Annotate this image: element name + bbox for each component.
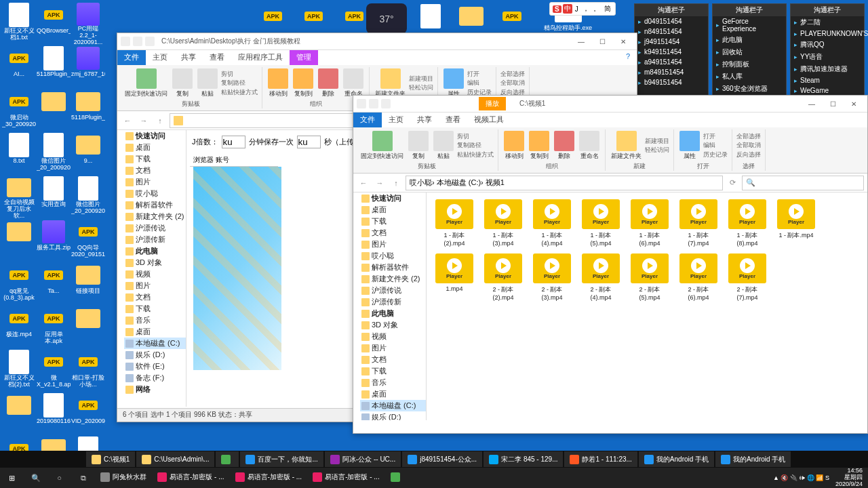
video-file[interactable]: Player2 - 副本 (4).mp4: [580, 253, 622, 301]
open-button[interactable]: 打开: [467, 70, 492, 79]
pin-button[interactable]: 固定到快速访问: [123, 67, 169, 100]
panel-item[interactable]: 此电脑: [713, 34, 786, 46]
qat-icon[interactable]: [145, 37, 155, 46]
maximize-button[interactable]: ☐: [823, 97, 843, 110]
panel-item[interactable]: WeGame: [791, 85, 864, 96]
tree-item[interactable]: 沪漂传新: [124, 234, 186, 245]
taskbar-item[interactable]: 易语言-加密版 - ...: [230, 469, 308, 487]
desktop-icon[interactable]: 微信图片_20_20092017...: [71, 176, 105, 218]
panel-item[interactable]: GeForce Experience: [713, 16, 786, 34]
copypath-button[interactable]: 复制路径: [221, 79, 258, 88]
minimize-button[interactable]: —: [571, 35, 591, 48]
breadcrumb-item[interactable]: › 视频1: [481, 178, 505, 188]
panel-item[interactable]: b949151454: [635, 77, 708, 87]
taskbar-item[interactable]: C:\视频1: [86, 451, 135, 467]
tab-home[interactable]: 主页: [146, 50, 174, 65]
taskbar-item[interactable]: 我的Android 手机: [639, 451, 714, 467]
tree-item[interactable]: 本地磁盘 (C:): [124, 338, 186, 349]
refresh-button[interactable]: ⟳: [726, 176, 739, 190]
panel-item[interactable]: 梦二陆: [791, 16, 864, 28]
rename-button[interactable]: 重命名: [578, 129, 601, 162]
breadcrumb-item[interactable]: › 本地磁盘 (C:): [432, 178, 481, 188]
tree-item[interactable]: 桌面: [360, 388, 426, 400]
paste-button[interactable]: 粘贴: [432, 129, 455, 162]
tree-item[interactable]: 哎小聪: [124, 188, 186, 199]
desktop-icon[interactable]: 新狂义不义档1.txt: [2, 2, 36, 45]
delete-button[interactable]: 删除: [317, 67, 340, 100]
delete-button[interactable]: 删除: [553, 129, 576, 162]
edit-button[interactable]: 编辑: [467, 79, 492, 88]
tree-item[interactable]: 桌面: [124, 142, 186, 153]
newfolder-button[interactable]: 新建文件夹: [610, 129, 643, 162]
tree-item[interactable]: 文档: [124, 165, 186, 176]
tree-item[interactable]: 音乐: [360, 377, 426, 388]
tree-item[interactable]: 3D 对象: [360, 319, 426, 331]
desktop-icon[interactable]: 5118Plugin_360_v1.0.3...: [71, 89, 105, 131]
tree-item[interactable]: 下载: [124, 303, 186, 314]
tree-item[interactable]: 图片: [124, 176, 186, 188]
panel-item[interactable]: 腾讯QQ: [791, 39, 864, 51]
video-file[interactable]: Player1 - 副本 (4).mp4: [531, 199, 573, 247]
panel-item[interactable]: Steam: [791, 75, 864, 85]
preview-tabs[interactable]: 浏览器 账号: [190, 154, 278, 167]
qat-icon[interactable]: [381, 99, 391, 108]
taskbar-item[interactable]: [216, 451, 239, 467]
tree-item[interactable]: 本地磁盘 (C:): [360, 400, 426, 411]
taskbar-item[interactable]: [385, 469, 408, 487]
panel-item[interactable]: 腾讯加速加速器: [791, 63, 864, 75]
address-bar[interactable]: 哎小聪 › 本地磁盘 (C:) › 视频1: [406, 176, 723, 190]
properties-button[interactable]: 属性: [678, 129, 701, 162]
video-file[interactable]: Player1 - 副本 (6).mp4: [629, 199, 671, 247]
tab-home[interactable]: 主页: [382, 113, 410, 127]
desktop-icon[interactable]: [37, 89, 71, 131]
taskview-button[interactable]: ⧉: [71, 468, 95, 488]
back-button[interactable]: ←: [121, 114, 134, 127]
taskbar-item[interactable]: 易语言-加密版 - ...: [152, 469, 230, 487]
taskbar-item[interactable]: C:\Users\Admin\...: [136, 451, 214, 467]
copyto-button[interactable]: 复制到: [528, 129, 551, 162]
desktop-icon[interactable]: 服务工具.zip: [37, 219, 71, 262]
search-box[interactable]: 🔍: [742, 176, 864, 190]
tab-share[interactable]: 共享: [174, 50, 203, 65]
start-button[interactable]: ⊞: [0, 468, 24, 488]
tree-item[interactable]: 哎小聪: [360, 250, 426, 262]
desktop-icon[interactable]: 20190801163_9895_VcNh...: [37, 392, 71, 435]
desktop-icon[interactable]: 新狂义不义档(2).txt: [2, 349, 36, 392]
panel-item[interactable]: m849151454: [635, 67, 708, 77]
video-file[interactable]: Player1.mp4: [433, 253, 475, 301]
video-file[interactable]: Player2 - 副本 (5).mp4: [629, 253, 671, 301]
pin-button[interactable]: 固定到快速访问: [359, 129, 405, 162]
tree-item[interactable]: 沪漂传说: [124, 222, 186, 234]
copyto-button[interactable]: 复制到: [292, 67, 315, 100]
desktop-icon[interactable]: APKQQ向导2020_09151055...: [71, 219, 105, 262]
video-file[interactable]: Player2 - 副本 (3).mp4: [531, 253, 573, 301]
tree-item[interactable]: 桌面: [124, 326, 186, 338]
tree-item[interactable]: 解析器软件: [360, 262, 426, 273]
panel-item[interactable]: YY语音: [791, 51, 864, 63]
desktop-icon[interactable]: APKqq意见 (0.8_3).apk: [2, 262, 36, 305]
taskbar-item[interactable]: 百度一下，你就知...: [240, 451, 323, 467]
desktop-icon[interactable]: [2, 392, 36, 435]
breadcrumb-item[interactable]: 哎小聪: [410, 178, 432, 188]
tab-videotools[interactable]: 视频工具: [467, 113, 511, 127]
tree-item[interactable]: 图片: [124, 280, 186, 291]
tree-item[interactable]: 沪漂传说: [360, 285, 426, 296]
panel-item[interactable]: n849151454: [635, 26, 708, 37]
system-tray[interactable]: ▲ 🔇 🔌 🕪 🌐 📶 S 14:56 星期四 2020/9/24: [773, 468, 868, 488]
tree-item[interactable]: 网络: [124, 384, 186, 395]
tree-item[interactable]: 视频: [360, 331, 426, 342]
taskbar-item[interactable]: 易语言-加密版 - ...: [307, 469, 385, 487]
tree-item[interactable]: 此电脑: [124, 245, 186, 257]
panel-item[interactable]: 私人库: [713, 70, 786, 83]
tree-item[interactable]: 视频: [124, 268, 186, 280]
titlebar[interactable]: 播放 C:\视频1 —☐✕: [353, 96, 867, 113]
tree-item[interactable]: 下载: [360, 365, 426, 377]
desktop-icon[interactable]: 5118Plugin_360_v2.0.3...: [37, 45, 71, 88]
forward-button[interactable]: →: [373, 176, 387, 190]
desktop-icon[interactable]: 实用查询: [37, 176, 71, 218]
close-button[interactable]: ✕: [613, 35, 633, 48]
taskbar-item[interactable]: j849151454-公众...: [402, 451, 482, 467]
filter-input-1[interactable]: [222, 136, 245, 148]
tree-item[interactable]: 娱乐 (D:): [124, 349, 186, 361]
desktop-icon[interactable]: 全自动视频复刀后水软...: [2, 176, 36, 218]
